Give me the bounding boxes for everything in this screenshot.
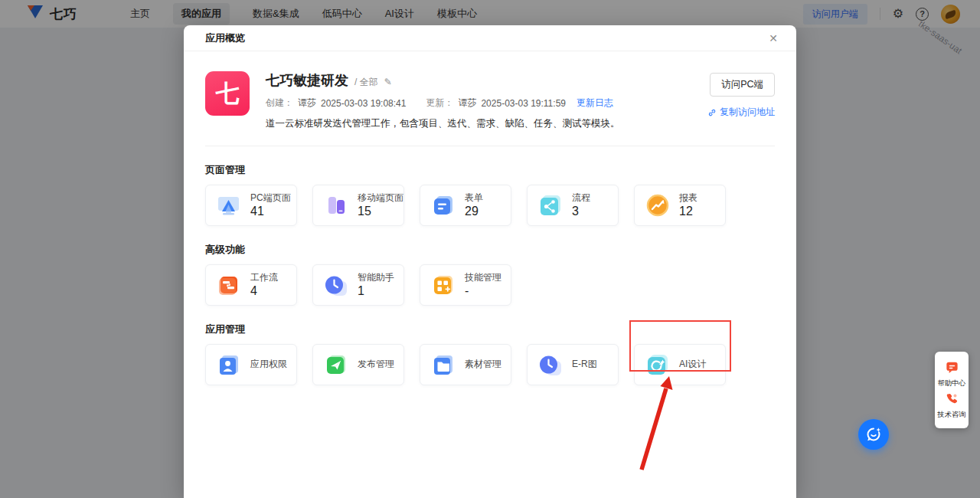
pc-page-icon <box>215 192 243 219</box>
card-pc-pages[interactable]: PC端页面41 <box>205 185 297 226</box>
card-er-diagram[interactable]: E-R图 <box>527 344 619 385</box>
card-mobile-pages[interactable]: 移动端页面15 <box>312 185 404 226</box>
created-by: 谭莎 <box>298 97 316 110</box>
section-title: 页面管理 <box>205 163 775 177</box>
mobile-page-icon <box>322 192 350 219</box>
copy-link[interactable]: 复制访问地址 <box>707 106 775 119</box>
visit-pc-button[interactable]: 访问PC端 <box>710 73 775 97</box>
chat-bubble-icon <box>945 360 959 375</box>
publish-icon <box>322 351 350 378</box>
card-flows[interactable]: 流程3 <box>527 185 619 226</box>
modal-title: 应用概览 <box>205 31 245 45</box>
created-label: 创建： <box>266 97 293 110</box>
card-ai-assistant[interactable]: 智能助手1 <box>312 264 404 306</box>
help-panel: 帮助中心 技术咨询 <box>935 352 969 428</box>
help-center-item[interactable]: 帮助中心 <box>936 360 967 388</box>
close-icon[interactable]: ✕ <box>769 33 778 44</box>
phone-icon <box>945 392 959 406</box>
updated-by: 谭莎 <box>458 97 476 110</box>
modal-body: 七 七巧敏捷研发 / 全部 ✎ 创建：谭莎2025-03-03 19:08:41… <box>184 51 796 385</box>
link-icon <box>707 108 717 117</box>
ai-chat-icon <box>864 425 883 444</box>
updated-label: 更新： <box>426 97 453 110</box>
card-reports[interactable]: 报表12 <box>634 185 726 226</box>
app-logo: 七 <box>205 71 250 116</box>
updated-at: 2025-03-03 19:11:59 <box>481 98 566 109</box>
app-actions: 访问PC端 复制访问地址 <box>683 71 775 130</box>
app-scope: / 全部 <box>354 76 378 89</box>
skill-icon <box>430 271 457 299</box>
flow-icon <box>537 192 564 219</box>
form-icon <box>430 192 457 219</box>
card-publish-management[interactable]: 发布管理 <box>312 344 404 385</box>
help-center-label: 帮助中心 <box>938 378 966 388</box>
assistant-icon <box>322 271 350 299</box>
page: 七巧 主页 我的应用 数据&集成 低码中心 AI设计 模板中心 访问用户端 ⚙ … <box>0 0 980 498</box>
section-title: 高级功能 <box>205 243 775 257</box>
card-workflow[interactable]: 工作流4 <box>205 264 297 306</box>
section-app-management: 应用管理 应用权限 发布管理 <box>205 323 775 385</box>
card-app-permissions[interactable]: 应用权限 <box>205 344 297 385</box>
created-at: 2025-03-03 19:08:41 <box>321 98 406 109</box>
app-overview-modal: 应用概览 ✕ 七 七巧敏捷研发 / 全部 ✎ 创建：谭莎2025-03-03 1… <box>184 25 796 498</box>
permission-icon <box>215 351 243 378</box>
card-material-management[interactable]: 素材管理 <box>420 344 511 385</box>
card-ai-design[interactable]: AI设计 <box>634 344 726 385</box>
material-icon <box>430 351 457 378</box>
app-name: 七巧敏捷研发 <box>266 71 348 90</box>
app-main: 七巧敏捷研发 / 全部 ✎ 创建：谭莎2025-03-03 19:08:41 更… <box>266 71 667 130</box>
section-advanced-features: 高级功能 工作流4 智能助手1 <box>205 243 775 306</box>
edit-icon[interactable]: ✎ <box>384 77 392 87</box>
app-info: 七 七巧敏捷研发 / 全部 ✎ 创建：谭莎2025-03-03 19:08:41… <box>205 71 775 146</box>
section-title: 应用管理 <box>205 323 775 336</box>
card-forms[interactable]: 表单29 <box>420 185 511 226</box>
tech-support-item[interactable]: 技术咨询 <box>936 392 967 420</box>
workflow-icon <box>215 271 243 299</box>
section-page-management: 页面管理 PC端页面41 移动端页面15 <box>205 163 775 226</box>
modal-header: 应用概览 ✕ <box>184 25 796 51</box>
app-description: 道一云标准研发迭代管理工作，包含项目、迭代、需求、缺陷、任务、测试等模块。 <box>266 117 667 130</box>
ai-chat-fab[interactable] <box>858 419 889 450</box>
app-meta: 创建：谭莎2025-03-03 19:08:41 更新：谭莎2025-03-03… <box>266 97 667 110</box>
er-diagram-icon <box>537 351 564 378</box>
changelog-link[interactable]: 更新日志 <box>577 97 613 110</box>
card-skill-management[interactable]: 技能管理- <box>420 264 511 306</box>
report-icon <box>644 192 671 219</box>
ai-design-icon <box>644 351 671 378</box>
tech-support-label: 技术咨询 <box>938 410 966 420</box>
